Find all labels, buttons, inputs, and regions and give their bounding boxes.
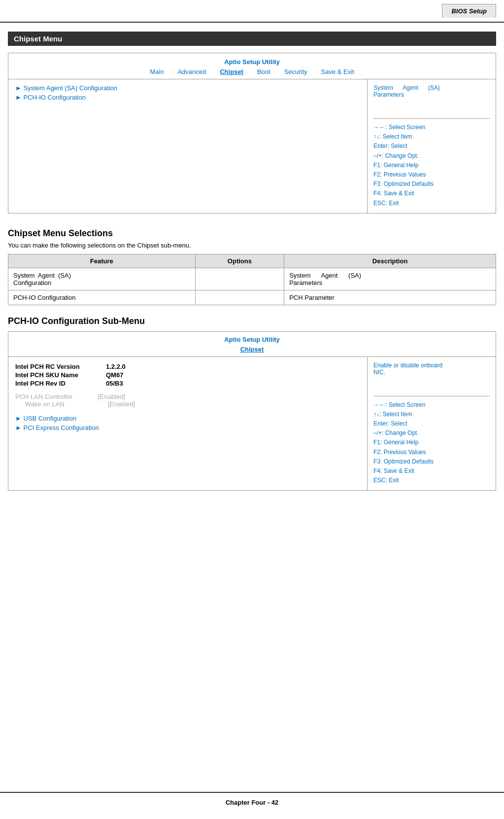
feature-pch-io: PCH-IO Configuration — [8, 290, 196, 305]
pch-right-desc-area: Enable or disable onboardNIC. — [373, 362, 490, 396]
pch-rev-label: Intel PCH Rev ID — [15, 380, 94, 387]
help-enter-select: Enter: Select — [373, 142, 490, 151]
help-general-help: F1: General Help — [373, 161, 490, 170]
pch-rc-version-value: 1.2.2.0 — [106, 363, 126, 370]
help-change-opt: –/+: Change Opt. — [373, 151, 490, 161]
pch-sku-value: QM67 — [106, 371, 123, 379]
bios-utility-title: Aptio Setup Utility — [8, 56, 496, 67]
pch-help-general-help: F1: General Help — [373, 438, 490, 447]
bios-right-desc: System Agent (SA)Parameters — [373, 84, 490, 98]
help-select-item: ↑↓: Select Item — [373, 132, 490, 142]
pch-rc-version-label: Intel PCH RC Version — [15, 363, 94, 370]
pch-utility-title: Aptio Setup Utility — [8, 334, 496, 344]
page-footer: Chapter Four - 42 — [0, 792, 504, 810]
bios-right-desc-area: System Agent (SA)Parameters — [373, 84, 490, 119]
pch-rev-value: 05/B3 — [106, 380, 123, 387]
help-prev-values: F2: Previous Values — [373, 170, 490, 179]
bios-right-panel: System Agent (SA)Parameters →←: Select S… — [368, 79, 496, 213]
bios-content: ► System Agent (SA) Configuration ► PCH-… — [8, 79, 496, 213]
selections-table: Feature Options Description System Agent… — [8, 254, 496, 305]
pch-help-change-opt: –/+: Change Opt. — [373, 428, 490, 438]
desc-pch-io: PCH Parameter — [284, 290, 496, 305]
desc-sa-config: System Agent (SA)Parameters — [284, 268, 496, 290]
pch-help-esc-exit: ESC: Exit — [373, 476, 490, 485]
pch-sub-heading: PCH-IO Configuration Sub-Menu — [8, 316, 496, 326]
bios-panel-top: Aptio Setup Utility Main Advanced Chipse… — [8, 53, 496, 79]
pch-wake-row: Wake on LAN [Enabled] — [15, 400, 360, 408]
pch-help-save-exit: F4: Save & Exit — [373, 466, 490, 476]
selections-para: You can make the following selections on… — [8, 242, 496, 249]
pch-help-select-screen: →←: Select Screen — [373, 400, 490, 410]
page-header: BIOS Setup — [0, 0, 504, 23]
pch-io-item[interactable]: ► PCH-IO Configuration — [15, 94, 360, 101]
col-description: Description — [284, 254, 496, 268]
help-select-screen: →←: Select Screen — [373, 123, 490, 132]
pch-wake-label: Wake on LAN — [25, 400, 94, 408]
pch-help-enter-select: Enter: Select — [373, 419, 490, 428]
pch-sku-label: Intel PCH SKU Name — [15, 371, 94, 379]
sa-config-item[interactable]: ► System Agent (SA) Configuration — [15, 84, 360, 92]
pci-express-link[interactable]: ► PCI Express Configuration — [15, 424, 360, 431]
pch-chipset-label: Chipset — [8, 344, 496, 355]
pch-panel-header: Aptio Setup Utility Chipset — [8, 332, 496, 357]
pch-lan-row: PCH LAN Controller [Enabled] — [15, 393, 360, 400]
pch-links: ► USB Configuration ► PCI Express Config… — [15, 415, 360, 431]
pch-help-select-item: ↑↓: Select Item — [373, 410, 490, 419]
col-options: Options — [195, 254, 284, 268]
usb-config-link[interactable]: ► USB Configuration — [15, 415, 360, 422]
pch-bios-panel: Aptio Setup Utility Chipset Intel PCH RC… — [8, 331, 496, 491]
pch-wake-value[interactable]: [Enabled] — [108, 400, 135, 408]
pch-rc-version-row: Intel PCH RC Version 1.2.2.0 — [15, 363, 360, 370]
help-save-exit: F4: Save & Exit — [373, 189, 490, 198]
selections-section: Chipset Menu Selections You can make the… — [0, 223, 504, 316]
feature-sa-config: System Agent (SA)Configuration — [8, 268, 196, 290]
pch-sku-row: Intel PCH SKU Name QM67 — [15, 371, 360, 379]
pch-lan-label: PCH LAN Controller — [15, 393, 84, 400]
col-feature: Feature — [8, 254, 196, 268]
pch-lan-value[interactable]: [Enabled] — [98, 393, 125, 400]
nav-main[interactable]: Main — [150, 68, 164, 75]
pch-help-prev-values: F2: Previous Values — [373, 448, 490, 457]
nav-advanced[interactable]: Advanced — [177, 68, 206, 75]
nav-boot[interactable]: Boot — [257, 68, 270, 75]
pch-content: Intel PCH RC Version 1.2.2.0 Intel PCH S… — [8, 357, 496, 491]
pch-lan-section: PCH LAN Controller [Enabled] Wake on LAN… — [15, 393, 360, 408]
pch-help-opt-defaults: F3: Optimized Defaults — [373, 457, 490, 466]
options-sa-config — [195, 268, 284, 290]
selections-heading: Chipset Menu Selections — [8, 228, 496, 239]
pch-nav-chipset: Chipset — [240, 346, 264, 353]
bios-setup-tab: BIOS Setup — [442, 4, 496, 18]
pch-left-panel: Intel PCH RC Version 1.2.2.0 Intel PCH S… — [8, 357, 368, 491]
nav-security[interactable]: Security — [284, 68, 307, 75]
nav-chipset[interactable]: Chipset — [220, 68, 243, 75]
help-esc-exit: ESC: Exit — [373, 199, 490, 208]
section-title: Chipset Menu — [8, 32, 496, 46]
bios-nav-row: Main Advanced Chipset Boot Security Save… — [8, 67, 496, 77]
pch-right-desc: Enable or disable onboardNIC. — [373, 362, 490, 376]
help-opt-defaults: F3: Optimized Defaults — [373, 179, 490, 189]
options-pch-io — [195, 290, 284, 305]
table-row: PCH-IO Configuration PCH Parameter — [8, 290, 496, 305]
chipset-bios-panel: Aptio Setup Utility Main Advanced Chipse… — [8, 53, 496, 214]
nav-save-exit[interactable]: Save & Exit — [321, 68, 354, 75]
pch-rev-row: Intel PCH Rev ID 05/B3 — [15, 380, 360, 387]
table-row: System Agent (SA)Configuration System Ag… — [8, 268, 496, 290]
bios-left-panel: ► System Agent (SA) Configuration ► PCH-… — [8, 79, 368, 213]
pch-right-panel: Enable or disable onboardNIC. →←: Select… — [368, 357, 496, 491]
